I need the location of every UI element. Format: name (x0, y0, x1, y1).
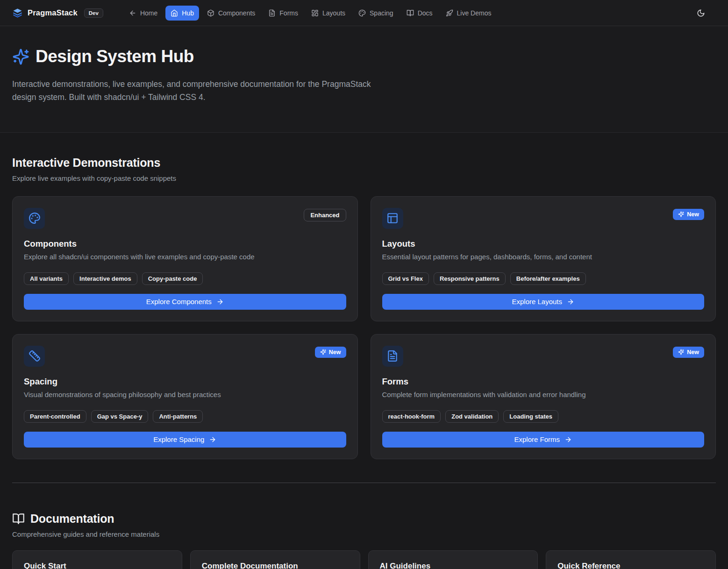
file-text-icon (382, 346, 403, 367)
layout-dashboard-icon (311, 9, 319, 17)
brand-name: PragmaStack (28, 8, 78, 17)
tag: Gap vs Space-y (91, 410, 149, 423)
arrow-right-icon (209, 436, 216, 443)
moon-icon (697, 9, 705, 17)
sparkles-icon (12, 48, 29, 65)
sparkles-icon (320, 349, 326, 355)
nav-item-hub[interactable]: Hub (165, 6, 199, 21)
book-open-icon (407, 9, 414, 17)
page-title: Design System Hub (36, 47, 194, 66)
sparkles-icon (678, 211, 684, 217)
tag-row: Parent-controlled Gap vs Space-y Anti-pa… (24, 410, 346, 423)
explore-components-button[interactable]: Explore Components (24, 294, 346, 310)
nav-item-components[interactable]: Components (202, 6, 260, 21)
doc-card-title: Quick Reference (557, 562, 704, 569)
demo-card-components: Enhanced Components Explore all shadcn/u… (12, 196, 358, 321)
nav-item-docs[interactable]: Docs (401, 6, 438, 21)
demo-card-forms: New Forms Complete form implementations … (371, 334, 716, 459)
arrow-right-icon (567, 298, 574, 306)
explore-forms-button[interactable]: Explore Forms (382, 432, 705, 448)
tag-row: All variants Interactive demos Copy-past… (24, 272, 346, 285)
demo-card-spacing: New Spacing Visual demonstrations of spa… (12, 334, 358, 459)
tag: Grid vs Flex (382, 272, 429, 285)
tag: Copy-paste code (142, 272, 203, 285)
nav-item-live-demos[interactable]: Live Demos (441, 6, 497, 21)
tag-row: react-hook-form Zod validation Loading s… (382, 410, 705, 423)
dev-badge: Dev (84, 8, 103, 18)
new-badge: New (673, 347, 704, 358)
sparkles-icon (678, 349, 684, 355)
docs-heading: Documentation (30, 512, 114, 526)
doc-card-title: AI Guidelines (380, 562, 527, 569)
documentation-section: Documentation Comprehensive guides and r… (12, 512, 716, 569)
palette-icon (24, 208, 45, 229)
nav-item-layouts[interactable]: Layouts (306, 6, 350, 21)
hero-section: Design System Hub Interactive demonstrat… (0, 26, 728, 133)
palette-icon (358, 9, 366, 17)
card-description: Visual demonstrations of spacing philoso… (24, 391, 346, 398)
tag: Parent-controlled (24, 410, 86, 423)
arrow-right-icon (216, 298, 224, 306)
nav-items: Home Hub Components Forms Layouts (124, 6, 497, 21)
home-icon (171, 9, 178, 17)
explore-layouts-button[interactable]: Explore Layouts (382, 294, 705, 310)
tag: Loading states (503, 410, 558, 423)
demos-subheading: Explore live examples with copy-paste co… (12, 174, 716, 182)
nav-item-forms[interactable]: Forms (263, 6, 303, 21)
demo-card-layouts: New Layouts Essential layout patterns fo… (371, 196, 716, 321)
tag: Anti-patterns (153, 410, 203, 423)
explore-spacing-button[interactable]: Explore Spacing (24, 432, 346, 448)
tag: Zod validation (445, 410, 499, 423)
box-icon (207, 9, 214, 17)
ruler-icon (24, 346, 45, 367)
file-text-icon (268, 9, 276, 17)
card-title: Spacing (24, 377, 346, 387)
card-title: Components (24, 239, 346, 249)
card-description: Explore all shadcn/ui components with li… (24, 253, 346, 261)
doc-card-title: Quick Start (24, 562, 171, 569)
doc-card-complete-documentation[interactable]: Complete Documentation Full design syste… (190, 550, 360, 569)
tag-row: Grid vs Flex Responsive patterns Before/… (382, 272, 705, 285)
tag: Responsive patterns (434, 272, 506, 285)
card-title: Forms (382, 377, 705, 387)
panels-top-left-icon (382, 208, 403, 229)
tag: Interactive demos (73, 272, 137, 285)
nav-item-home[interactable]: Home (124, 6, 163, 21)
theme-toggle-button[interactable] (692, 5, 709, 21)
section-divider (12, 483, 716, 483)
card-title: Layouts (382, 239, 705, 249)
book-open-icon (12, 512, 25, 525)
arrow-right-icon (564, 436, 572, 443)
doc-card-quick-reference[interactable]: Quick Reference Cheat sheet for lookups (546, 550, 716, 569)
doc-card-quick-start[interactable]: Quick Start 5-minute crash course (12, 550, 182, 569)
new-badge: New (673, 209, 704, 220)
top-nav: PragmaStack Dev Home Hub Components Fo (0, 0, 728, 26)
brand[interactable]: PragmaStack Dev (12, 7, 103, 18)
tag: All variants (24, 272, 69, 285)
tag: Before/after examples (510, 272, 586, 285)
layers-icon (12, 7, 23, 18)
demo-card-grid: Enhanced Components Explore all shadcn/u… (12, 196, 716, 459)
doc-card-grid: Quick Start 5-minute crash course Comple… (12, 550, 716, 569)
arrow-left-icon (129, 9, 136, 17)
rocket-icon (446, 9, 453, 17)
doc-card-ai-guidelines[interactable]: AI Guidelines Rules for AI code generati… (368, 550, 538, 569)
new-badge: New (315, 347, 346, 358)
demos-heading: Interactive Demonstrations (12, 156, 716, 170)
page-subtitle: Interactive demonstrations, live example… (12, 78, 374, 104)
nav-item-spacing[interactable]: Spacing (353, 6, 399, 21)
doc-card-title: Complete Documentation (202, 562, 349, 569)
card-description: Essential layout patterns for pages, das… (382, 253, 705, 261)
docs-subheading: Comprehensive guides and reference mater… (12, 530, 716, 538)
tag: react-hook-form (382, 410, 441, 423)
main-content: Interactive Demonstrations Explore live … (0, 133, 728, 569)
card-description: Complete form implementations with valid… (382, 391, 705, 398)
enhanced-badge: Enhanced (304, 209, 346, 221)
